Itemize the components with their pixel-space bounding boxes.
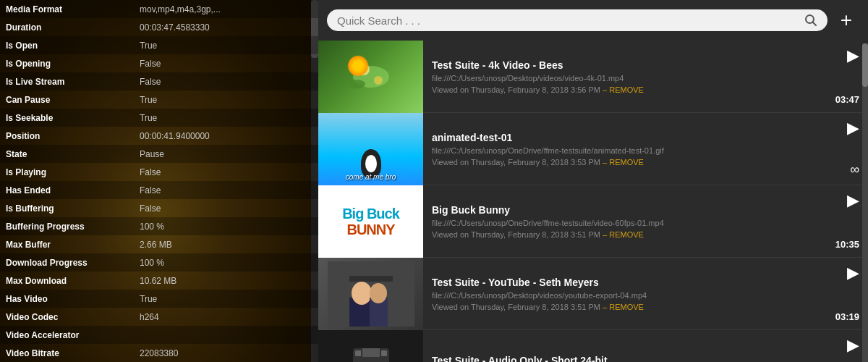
prop-row: Is Playing False: [0, 163, 318, 181]
prop-key: State: [0, 149, 134, 159]
prop-value: mov,mp4,m4a,3gp,...: [134, 4, 318, 14]
prop-key: Is Playing: [0, 167, 134, 177]
remove-link[interactable]: – REMOVE: [600, 303, 644, 311]
prop-value: True: [134, 95, 318, 105]
prop-value: 00:03:47.4583330: [134, 22, 318, 33]
right-scrollbar[interactable]: [862, 43, 868, 362]
video-item[interactable]: Test Suite - 4k Video - Bees file:///C:/…: [318, 41, 868, 113]
prop-key: Duration: [0, 22, 134, 33]
prop-row: Download Progress 100 %: [0, 253, 318, 272]
duration-badge: 10:35: [835, 239, 859, 250]
prop-row: State Pause: [0, 145, 318, 163]
remove-link[interactable]: – REMOVE: [600, 230, 644, 239]
video-actions: ▶: [819, 330, 862, 362]
prop-row: Max Buffer 2.66 MB: [0, 235, 318, 253]
svg-point-4: [374, 76, 383, 85]
svg-rect-11: [349, 276, 393, 282]
prop-value: True: [134, 113, 318, 123]
prop-row: Is Open True: [0, 36, 318, 54]
svg-point-10: [370, 283, 387, 303]
thumbnail-seth: [318, 258, 423, 330]
prop-key: Video Codec: [0, 312, 134, 322]
prop-row: Is Live Stream False: [0, 72, 318, 90]
thumbnail-bbb: Big BuckBUNNY: [318, 185, 423, 258]
prop-row: Is Seekable True: [0, 109, 318, 127]
prop-value: True: [134, 41, 318, 51]
search-input[interactable]: [337, 14, 799, 27]
prop-value: False: [134, 59, 318, 69]
prop-key: Can Pause: [0, 95, 134, 105]
prop-value: 100 %: [134, 222, 318, 232]
video-path: file:///C:/Users/unosp/OneDrive/ffme-tes…: [432, 146, 810, 155]
prop-value: 100 %: [134, 258, 318, 268]
svg-line-1: [813, 22, 817, 26]
prop-key: Is Opening: [0, 59, 134, 69]
video-item[interactable]: come at me bro animated-test-01 file:///…: [318, 113, 868, 185]
left-panel: Media Format mov,mp4,m4a,3gp,... Duratio…: [0, 0, 318, 362]
thumbnail-penguin: come at me bro: [318, 113, 423, 185]
video-viewed: Viewed on Thursday, February 8, 2018 3:5…: [432, 85, 810, 94]
play-button[interactable]: ▶: [847, 193, 859, 209]
prop-row: Is Buffering False: [0, 199, 318, 217]
search-button[interactable]: [804, 14, 817, 27]
video-item[interactable]: Test Suite - Audio Only - Short 24-bit f…: [318, 330, 868, 362]
video-info: Test Suite - 4k Video - Bees file:///C:/…: [423, 52, 819, 101]
prop-row: Media Format mov,mp4,m4a,3gp,...: [0, 0, 318, 18]
video-viewed: Viewed on Thursday, February 8, 2018 3:5…: [432, 303, 810, 311]
search-input-wrapper[interactable]: [327, 9, 827, 31]
video-actions: ▶ 03:19: [819, 258, 862, 329]
video-info: Big Buck Bunny file:///C:/Users/unosp/On…: [423, 197, 819, 246]
prop-key: Has Ended: [0, 185, 134, 195]
prop-value: h264: [134, 312, 318, 322]
prop-row: Duration 00:03:47.4583330: [0, 18, 318, 36]
prop-key: Media Format: [0, 4, 134, 14]
video-actions: ▶ 03:47: [819, 41, 862, 112]
prop-row: Has Video True: [0, 290, 318, 308]
video-item[interactable]: Big BuckBUNNY Big Buck Bunny file:///C:/…: [318, 185, 868, 258]
prop-value: 2.66 MB: [134, 240, 318, 250]
remove-link[interactable]: – REMOVE: [600, 158, 644, 167]
video-thumb: come at me bro: [318, 113, 423, 185]
bbb-logo: Big BuckBUNNY: [342, 206, 399, 237]
video-list[interactable]: Test Suite - 4k Video - Bees file:///C:/…: [318, 41, 868, 362]
video-thumb: Big BuckBUNNY: [318, 185, 423, 258]
play-button[interactable]: ▶: [847, 337, 859, 353]
prop-key: Max Download: [0, 276, 134, 286]
prop-value: True: [134, 294, 318, 304]
play-button[interactable]: ▶: [847, 265, 859, 281]
thumbnail-audio: [318, 330, 423, 363]
prop-value: 00:00:41.9400000: [134, 131, 318, 141]
add-button[interactable]: +: [833, 7, 859, 33]
video-thumb: [318, 330, 423, 363]
prop-value: False: [134, 185, 318, 195]
svg-rect-14: [381, 350, 387, 356]
prop-key: Is Seekable: [0, 113, 134, 123]
search-bar: +: [318, 0, 868, 41]
overlay-text: come at me bro: [318, 173, 423, 181]
prop-key: Is Open: [0, 41, 134, 51]
video-thumb: [318, 258, 423, 330]
video-title: Test Suite - 4k Video - Bees: [432, 59, 810, 71]
play-button[interactable]: ▶: [847, 48, 859, 64]
right-panel: + Test Suite - 4k Video - Bees file:///C…: [318, 0, 868, 362]
video-actions: ▶ 10:35: [819, 185, 862, 257]
video-title: animated-test-01: [432, 132, 810, 143]
svg-rect-13: [355, 350, 361, 356]
video-item[interactable]: Test Suite - YouTube - Seth Meyers file:…: [318, 258, 868, 330]
prop-row: Can Pause True: [0, 90, 318, 109]
play-button[interactable]: ▶: [847, 120, 859, 136]
svg-point-3: [358, 64, 370, 75]
video-title: Big Buck Bunny: [432, 204, 810, 216]
prop-value: False: [134, 167, 318, 177]
thumbnail-bees: [318, 41, 423, 113]
prop-row: Max Download 10.62 MB: [0, 272, 318, 290]
prop-key: Has Video: [0, 294, 134, 304]
remove-link[interactable]: – REMOVE: [600, 85, 644, 94]
prop-row: Position 00:00:41.9400000: [0, 127, 318, 145]
duration-badge: ∞: [850, 162, 859, 177]
prop-row: Video Codec h264: [0, 308, 318, 326]
prop-row: Buffering Progress 100 %: [0, 217, 318, 235]
video-info: Test Suite - Audio Only - Short 24-bit f…: [423, 348, 819, 363]
duration-badge: 03:19: [835, 311, 859, 322]
prop-row: Is Opening False: [0, 54, 318, 72]
